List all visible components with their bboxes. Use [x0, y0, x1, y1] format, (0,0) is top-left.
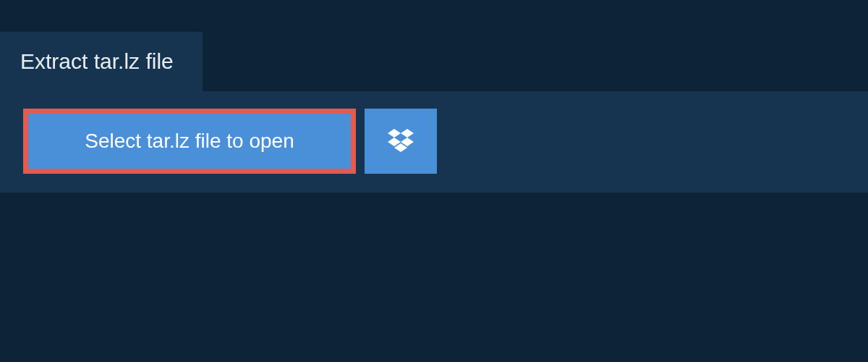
- dropbox-icon: [388, 129, 414, 154]
- tab-header[interactable]: Extract tar.lz file: [0, 32, 203, 91]
- dropbox-button[interactable]: [365, 109, 437, 174]
- content-panel: Select tar.lz file to open: [0, 91, 868, 193]
- button-row: Select tar.lz file to open: [23, 109, 845, 174]
- tab-title: Extract tar.lz file: [20, 49, 174, 73]
- select-file-label: Select tar.lz file to open: [85, 130, 294, 153]
- select-file-button[interactable]: Select tar.lz file to open: [23, 109, 356, 174]
